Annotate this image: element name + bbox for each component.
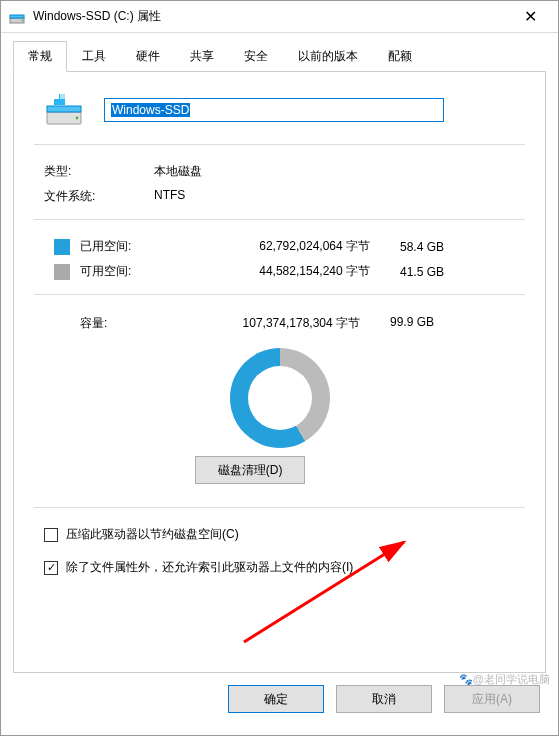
svg-rect-4 bbox=[47, 106, 81, 112]
index-label: 除了文件属性外，还允许索引此驱动器上文件的内容(I) bbox=[66, 559, 353, 576]
tab-security[interactable]: 安全 bbox=[229, 41, 283, 72]
used-color-swatch bbox=[54, 239, 70, 255]
window-title: Windows-SSD (C:) 属性 bbox=[33, 8, 510, 25]
svg-rect-7 bbox=[60, 94, 65, 99]
free-label: 可用空间: bbox=[80, 263, 180, 280]
svg-rect-6 bbox=[54, 94, 59, 99]
compress-checkbox[interactable] bbox=[44, 528, 58, 542]
apply-button[interactable]: 应用(A) bbox=[444, 685, 540, 713]
used-gb: 58.4 GB bbox=[400, 240, 480, 254]
capacity-gb: 99.9 GB bbox=[390, 315, 470, 332]
annotation-arrow bbox=[234, 532, 424, 652]
tab-previous[interactable]: 以前的版本 bbox=[283, 41, 373, 72]
ok-button[interactable]: 确定 bbox=[228, 685, 324, 713]
fs-value: NTFS bbox=[154, 188, 185, 205]
free-color-swatch bbox=[54, 264, 70, 280]
capacity-label: 容量: bbox=[80, 315, 170, 332]
fs-label: 文件系统: bbox=[44, 188, 154, 205]
watermark: 🐾@老同学说电脑 bbox=[459, 672, 550, 687]
svg-point-8 bbox=[76, 117, 79, 120]
cancel-button[interactable]: 取消 bbox=[336, 685, 432, 713]
close-button[interactable]: ✕ bbox=[510, 7, 550, 26]
tab-tools[interactable]: 工具 bbox=[67, 41, 121, 72]
free-bytes: 44,582,154,240 字节 bbox=[180, 263, 400, 280]
capacity-bytes: 107,374,178,304 字节 bbox=[170, 315, 390, 332]
drive-icon bbox=[9, 9, 25, 25]
svg-point-2 bbox=[21, 19, 23, 21]
tab-strip: 常规 工具 硬件 共享 安全 以前的版本 配额 bbox=[13, 41, 546, 72]
tab-sharing[interactable]: 共享 bbox=[175, 41, 229, 72]
used-label: 已用空间: bbox=[80, 238, 180, 255]
free-gb: 41.5 GB bbox=[400, 265, 480, 279]
disk-cleanup-button[interactable]: 磁盘清理(D) bbox=[195, 456, 305, 484]
used-bytes: 62,792,024,064 字节 bbox=[180, 238, 400, 255]
usage-pie-chart bbox=[230, 348, 330, 448]
drive-name-input[interactable]: Windows-SSD bbox=[104, 98, 444, 122]
tab-quota[interactable]: 配额 bbox=[373, 41, 427, 72]
svg-rect-1 bbox=[10, 15, 24, 18]
type-label: 类型: bbox=[44, 163, 154, 180]
index-checkbox[interactable] bbox=[44, 561, 58, 575]
tab-general[interactable]: 常规 bbox=[13, 41, 67, 72]
compress-label: 压缩此驱动器以节约磁盘空间(C) bbox=[66, 526, 239, 543]
drive-large-icon bbox=[44, 90, 84, 130]
tab-hardware[interactable]: 硬件 bbox=[121, 41, 175, 72]
type-value: 本地磁盘 bbox=[154, 163, 202, 180]
